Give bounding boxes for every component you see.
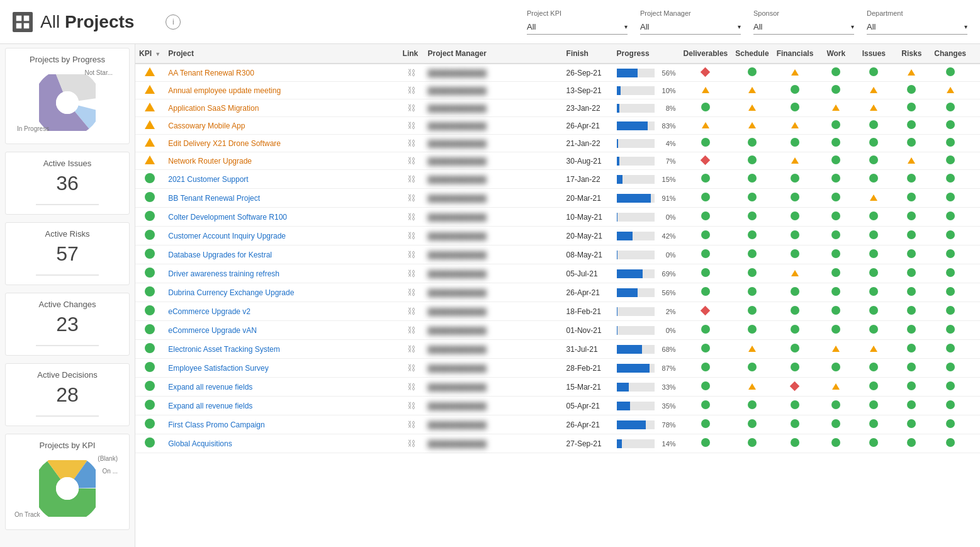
- project-name-link[interactable]: Employee Satisfaction Survey: [168, 364, 268, 373]
- sidebar-card-decisions[interactable]: Active Decisions 28: [5, 363, 130, 426]
- table-row[interactable]: Dubrina Currency Exchange Upgrade ⛓ ████…: [135, 283, 980, 302]
- project-name-link[interactable]: eCommerce Upgrade vAN: [168, 326, 257, 335]
- col-link[interactable]: Link: [399, 44, 424, 64]
- link-icon[interactable]: ⛓: [407, 401, 415, 410]
- link-icon[interactable]: ⛓: [407, 156, 415, 166]
- link-icon[interactable]: ⛓: [407, 250, 415, 259]
- table-row[interactable]: Employee Satisfaction Survey ⛓ █████████…: [135, 359, 980, 378]
- table-row[interactable]: Colter Development Software R100 ⛓ █████…: [135, 208, 980, 227]
- link-cell[interactable]: ⛓: [399, 99, 424, 117]
- project-name-link[interactable]: BB Tenant Renewal Project: [168, 194, 260, 203]
- project-name-link[interactable]: Application SaaS Migration: [168, 104, 259, 113]
- table-row[interactable]: Expand all revenue fields ⛓ ████████████…: [135, 397, 980, 415]
- project-cell[interactable]: Edit Delivery X21 Drone Software: [164, 135, 398, 152]
- col-work[interactable]: Work: [817, 44, 855, 64]
- project-cell[interactable]: AA Tenant Renewal R300: [164, 64, 398, 82]
- link-cell[interactable]: ⛓: [399, 82, 424, 99]
- filter-dept-select[interactable]: All ▾: [867, 20, 967, 35]
- col-finish[interactable]: Finish: [563, 44, 613, 64]
- link-cell[interactable]: ⛓: [399, 135, 424, 152]
- link-cell[interactable]: ⛓: [399, 208, 424, 227]
- project-name-link[interactable]: Colter Development Software R100: [168, 213, 287, 222]
- link-cell[interactable]: ⛓: [399, 227, 424, 245]
- project-name-link[interactable]: Customer Account Inquiry Upgrade: [168, 232, 286, 240]
- sidebar-card-changes[interactable]: Active Changes 23: [5, 293, 130, 356]
- link-cell[interactable]: ⛓: [399, 302, 424, 321]
- project-cell[interactable]: Annual employee update meeting: [164, 82, 398, 99]
- project-cell[interactable]: Dubrina Currency Exchange Upgrade: [164, 283, 398, 302]
- info-icon[interactable]: i: [166, 14, 181, 30]
- link-icon[interactable]: ⛓: [407, 269, 415, 278]
- link-icon[interactable]: ⛓: [407, 382, 415, 392]
- project-cell[interactable]: Database Upgrades for Kestral: [164, 245, 398, 264]
- link-icon[interactable]: ⛓: [407, 121, 415, 130]
- project-cell[interactable]: Network Router Upgrade: [164, 152, 398, 170]
- link-icon[interactable]: ⛓: [407, 307, 415, 316]
- col-deliverables[interactable]: Deliverables: [680, 44, 732, 64]
- project-name-link[interactable]: Database Upgrades for Kestral: [168, 251, 272, 259]
- project-name-link[interactable]: Global Acquisitions: [168, 439, 232, 448]
- table-row[interactable]: Annual employee update meeting ⛓ ███████…: [135, 82, 980, 99]
- project-name-link[interactable]: Driver awareness training refresh: [168, 269, 279, 278]
- project-cell[interactable]: eCommerce Upgrade vAN: [164, 321, 398, 340]
- project-name-link[interactable]: Network Router Upgrade: [168, 157, 252, 166]
- table-row[interactable]: Global Acquisitions ⛓ ████████████ 27-Se…: [135, 434, 980, 453]
- table-row[interactable]: First Class Promo Campaign ⛓ ███████████…: [135, 415, 980, 434]
- project-cell[interactable]: First Class Promo Campaign: [164, 415, 398, 434]
- project-name-link[interactable]: AA Tenant Renewal R300: [168, 69, 254, 77]
- table-row[interactable]: eCommerce Upgrade v2 ⛓ ████████████ 18-F…: [135, 302, 980, 321]
- table-row[interactable]: Electronic Asset Tracking System ⛓ █████…: [135, 340, 980, 359]
- table-row[interactable]: Edit Delivery X21 Drone Software ⛓ █████…: [135, 135, 980, 152]
- link-icon[interactable]: ⛓: [407, 231, 415, 240]
- project-name-link[interactable]: Edit Delivery X21 Drone Software: [168, 139, 281, 148]
- table-row[interactable]: Expand all revenue fields ⛓ ████████████…: [135, 378, 980, 397]
- link-icon[interactable]: ⛓: [407, 325, 415, 335]
- table-row[interactable]: Driver awareness training refresh ⛓ ████…: [135, 264, 980, 283]
- table-row[interactable]: Application SaaS Migration ⛓ ███████████…: [135, 99, 980, 117]
- project-cell[interactable]: BB Tenant Renewal Project: [164, 189, 398, 208]
- project-cell[interactable]: Expand all revenue fields: [164, 397, 398, 415]
- link-icon[interactable]: ⛓: [407, 212, 415, 222]
- link-icon[interactable]: ⛓: [407, 68, 415, 77]
- link-icon[interactable]: ⛓: [407, 288, 415, 297]
- table-row[interactable]: Database Upgrades for Kestral ⛓ ████████…: [135, 245, 980, 264]
- sidebar-card-issues[interactable]: Active Issues 36: [5, 152, 130, 215]
- col-progress[interactable]: Progress: [613, 44, 680, 64]
- project-cell[interactable]: Cassowary Mobile App: [164, 117, 398, 135]
- sidebar-card-risks[interactable]: Active Risks 57: [5, 222, 130, 285]
- link-cell[interactable]: ⛓: [399, 264, 424, 283]
- link-cell[interactable]: ⛓: [399, 359, 424, 378]
- link-cell[interactable]: ⛓: [399, 434, 424, 453]
- link-cell[interactable]: ⛓: [399, 245, 424, 264]
- project-cell[interactable]: eCommerce Upgrade v2: [164, 302, 398, 321]
- project-name-link[interactable]: First Class Promo Campaign: [168, 420, 264, 429]
- project-cell[interactable]: Expand all revenue fields: [164, 378, 398, 397]
- project-name-link[interactable]: Electronic Asset Tracking System: [168, 345, 279, 354]
- link-cell[interactable]: ⛓: [399, 170, 424, 189]
- project-cell[interactable]: Driver awareness training refresh: [164, 264, 398, 283]
- project-cell[interactable]: Employee Satisfaction Survey: [164, 359, 398, 378]
- col-changes[interactable]: Changes: [930, 44, 970, 64]
- project-name-link[interactable]: Annual employee update meeting: [168, 86, 281, 95]
- project-name-link[interactable]: Cassowary Mobile App: [168, 121, 245, 130]
- link-icon[interactable]: ⛓: [407, 420, 415, 429]
- col-financials[interactable]: Financials: [773, 44, 818, 64]
- link-icon[interactable]: ⛓: [407, 439, 415, 448]
- link-cell[interactable]: ⛓: [399, 321, 424, 340]
- col-schedule[interactable]: Schedule: [731, 44, 772, 64]
- link-icon[interactable]: ⛓: [407, 344, 415, 354]
- link-icon[interactable]: ⛓: [407, 138, 415, 148]
- project-name-link[interactable]: Expand all revenue fields: [168, 383, 252, 392]
- filter-kpi-select[interactable]: All ▾: [527, 20, 628, 35]
- table-row[interactable]: eCommerce Upgrade vAN ⛓ ████████████ 01-…: [135, 321, 980, 340]
- link-icon[interactable]: ⛓: [407, 193, 415, 203]
- col-issues[interactable]: Issues: [855, 44, 893, 64]
- col-pm[interactable]: Project Manager: [424, 44, 563, 64]
- link-cell[interactable]: ⛓: [399, 64, 424, 82]
- col-project[interactable]: Project: [164, 44, 398, 64]
- link-icon[interactable]: ⛓: [407, 363, 415, 373]
- link-cell[interactable]: ⛓: [399, 117, 424, 135]
- table-row[interactable]: AA Tenant Renewal R300 ⛓ ████████████ 26…: [135, 64, 980, 82]
- col-risks[interactable]: Risks: [893, 44, 930, 64]
- project-name-link[interactable]: Expand all revenue fields: [168, 402, 252, 410]
